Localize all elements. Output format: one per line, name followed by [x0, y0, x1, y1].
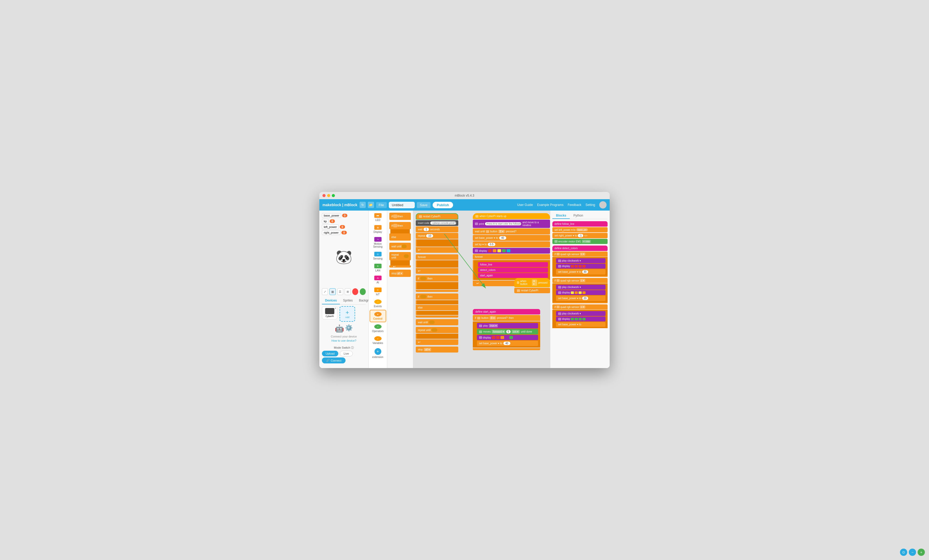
- when-button-a-block[interactable]: when button A ▾ pressed: [514, 278, 550, 287]
- display-color-block[interactable]: display: [473, 248, 550, 254]
- add-device-button[interactable]: + Add: [340, 306, 355, 322]
- set-base-power-block[interactable]: set base_power ▾ to 40: [473, 235, 550, 241]
- how-to-use-link[interactable]: How to use device?: [331, 339, 356, 342]
- cat-ai[interactable]: AI AI: [369, 274, 386, 285]
- file-icon[interactable]: 📁: [368, 202, 374, 208]
- display-r2-block[interactable]: display: [556, 290, 606, 295]
- forever-block-1[interactable]: forever: [416, 254, 458, 260]
- base-power-val[interactable]: 40: [499, 236, 506, 240]
- cm-val[interactable]: 5: [506, 330, 511, 334]
- play-clockwork-1[interactable]: play clockwork ▾: [556, 258, 606, 263]
- if-then-block-2[interactable]: if then: [416, 294, 458, 300]
- save-button[interactable]: Save: [417, 202, 431, 208]
- cat-iot[interactable]: ⊡ IoT: [369, 286, 386, 297]
- if-button-b-block[interactable]: if button B ▾ pressed? then: [473, 315, 540, 321]
- refresh-icon[interactable]: ↻: [360, 202, 366, 208]
- wait-until-palette-block[interactable]: wait until: [416, 319, 458, 325]
- user-guide-link[interactable]: User Guide: [517, 203, 533, 207]
- tab-python[interactable]: Python: [570, 213, 587, 219]
- cat-extension[interactable]: + extension: [369, 347, 386, 360]
- palette-block-repeat-until[interactable]: repeat until ↩: [389, 252, 411, 268]
- play-iron-block[interactable]: play iron ▾: [477, 323, 538, 329]
- cat-led[interactable]: ■■ LED: [369, 212, 386, 223]
- set-base-r3-block[interactable]: set base_power ▾ to: [556, 322, 606, 327]
- display-r1-block[interactable]: display: [556, 264, 606, 269]
- close-button[interactable]: [322, 194, 326, 197]
- if-quad-rgb-3[interactable]: if quad rgb sensor 1 ▾: [552, 304, 608, 309]
- grid-view-icon[interactable]: ▦: [330, 288, 336, 295]
- setting-link[interactable]: Setting: [586, 203, 595, 207]
- set-base-power-4-block[interactable]: set base_power ▾ to 40: [477, 341, 538, 346]
- list-view-icon[interactable]: ☰: [337, 288, 343, 295]
- set-base-r1-block[interactable]: set base_power ▾ to 30: [556, 269, 606, 275]
- display-r3-block[interactable]: display: [556, 317, 606, 321]
- maximize-button[interactable]: [332, 194, 335, 197]
- display-colors-block-4[interactable]: display: [477, 335, 538, 340]
- go-button[interactable]: [360, 288, 366, 295]
- palette-block-if-then[interactable]: if then: [389, 213, 411, 220]
- button-a-dropdown[interactable]: A ▾: [532, 280, 537, 286]
- wait-until-button-block[interactable]: wait until button B ▾ pressed?: [473, 228, 550, 234]
- stop-dropdown[interactable]: all ▾: [424, 348, 431, 351]
- tab-blocks[interactable]: Blocks: [552, 213, 570, 219]
- restart-block-2[interactable]: restart CyberPi: [514, 288, 550, 293]
- set-base-r2-block[interactable]: set base_power ▾ to 20: [556, 295, 606, 301]
- connect-button[interactable]: 🔗 Connect: [322, 358, 345, 363]
- feedback-link[interactable]: Feedback: [568, 203, 581, 207]
- sensor-val-r2-dropdown[interactable]: 1 ▾: [580, 279, 585, 282]
- play-val-dropdown[interactable]: iron ▾: [489, 324, 498, 327]
- cat-control[interactable]: ● Control: [369, 310, 386, 322]
- minimize-button[interactable]: [327, 194, 330, 197]
- project-title-input[interactable]: [389, 202, 415, 208]
- upload-button[interactable]: Upload: [322, 351, 338, 357]
- direction-dropdown[interactable]: forward ▾: [492, 330, 505, 334]
- publish-button[interactable]: Publish: [432, 202, 453, 208]
- define-detect-colors-block[interactable]: define detect_colors: [552, 246, 608, 251]
- play-clockwork-2[interactable]: play clockwork ▾: [556, 285, 606, 289]
- forever-main-block[interactable]: forever: [473, 254, 550, 260]
- cat-events[interactable]: ⚡ Events: [369, 298, 386, 309]
- repeat-num-input[interactable]: 10: [426, 234, 433, 237]
- repeat-until-palette-block[interactable]: repeat until: [416, 327, 458, 333]
- palette-block-stop[interactable]: stop all ▾: [389, 270, 411, 277]
- stop-button[interactable]: [352, 288, 358, 295]
- follow-line-block[interactable]: follow_line: [478, 262, 548, 267]
- cat-display[interactable]: ▤ Display: [369, 223, 386, 235]
- moves-forward-block[interactable]: moves forward ▾ 5 cm ▾ until done: [477, 329, 538, 334]
- cat-sensing[interactable]: ◎ Sensing: [369, 250, 386, 262]
- set-left-power-block-r[interactable]: set left_power ▾ to base_po: [552, 227, 608, 233]
- start-again-block[interactable]: start_again: [478, 273, 548, 278]
- repeat-block[interactable]: repeat 10: [416, 233, 458, 239]
- tab-devices[interactable]: Devices: [322, 297, 340, 304]
- insert-code-block[interactable]: insert code cyberpi.console.print("hello…: [416, 220, 458, 226]
- example-programs-link[interactable]: Example Programs: [537, 203, 564, 207]
- cm-dropdown[interactable]: cm ▾: [512, 330, 520, 334]
- tile-view-icon[interactable]: ⊞: [345, 288, 351, 295]
- if-then-block-1[interactable]: if then: [416, 275, 458, 282]
- base-val-4[interactable]: 40: [503, 342, 510, 345]
- tab-sprites[interactable]: Sprites: [340, 297, 356, 304]
- wait-seconds-block[interactable]: wait 1 seconds: [416, 226, 458, 233]
- cat-variables[interactable]: x Variables: [369, 335, 386, 346]
- kp-val[interactable]: 0.5: [488, 243, 495, 246]
- cat-motion[interactable]: 〜 Motion Sensing: [369, 236, 386, 250]
- block-stop-dropdown[interactable]: all ▾: [396, 272, 403, 275]
- stop-all-palette-block[interactable]: stop all ▾: [416, 347, 458, 352]
- cat-lan[interactable]: ≋ LAN: [369, 262, 386, 274]
- set-right-power-block-r[interactable]: set right_power ▾ to -1 </>: [552, 233, 608, 238]
- if-quad-rgb-2[interactable]: if quad rgb sensor 1 ▾: [552, 278, 608, 283]
- remove-device-icon[interactable]: ×: [335, 307, 336, 310]
- define-follow-line-block[interactable]: define follow_line: [552, 221, 608, 226]
- cyberpi-device-card[interactable]: × CyberPi: [322, 306, 337, 319]
- user-avatar[interactable]: [599, 201, 607, 208]
- when-cyberpi-starts-block[interactable]: when CyberPi starts up: [473, 213, 550, 219]
- sensor-val-r3-dropdown[interactable]: 1 ▾: [580, 305, 585, 309]
- play-clockwork-3[interactable]: play clockwork ▾: [556, 311, 606, 316]
- cat-operators[interactable]: + Operators: [369, 323, 386, 334]
- restart-cyberpi-block[interactable]: restart CyberPi: [416, 213, 458, 220]
- button-b-dropdown[interactable]: B ▾: [490, 316, 496, 320]
- palette-block-wait[interactable]: wait until: [389, 243, 411, 250]
- palette-block-if-else[interactable]: if then else: [389, 222, 411, 241]
- expand-view-icon[interactable]: ⤢: [322, 288, 328, 295]
- else-block[interactable]: else: [416, 305, 458, 310]
